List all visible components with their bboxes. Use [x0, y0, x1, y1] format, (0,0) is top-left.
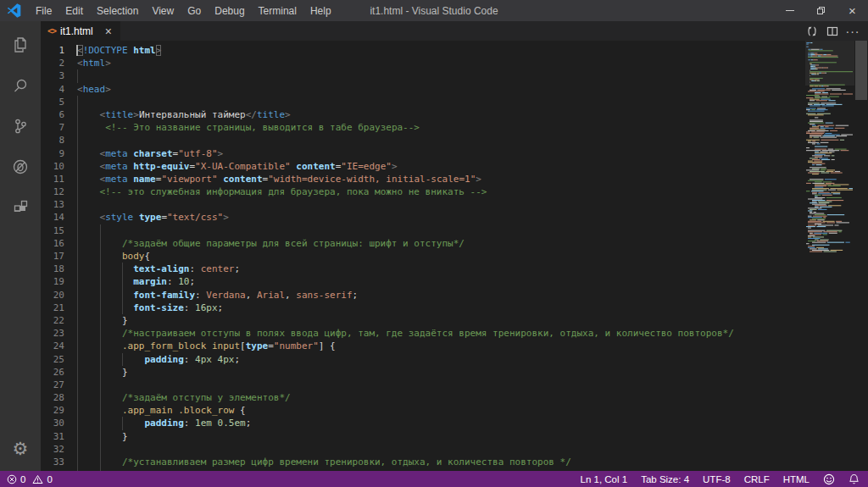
tab-bar: <> it1.html ×: [41, 21, 868, 41]
cursor-position[interactable]: Ln 1, Col 1: [581, 474, 628, 484]
indent-guide: [100, 443, 101, 456]
code-line[interactable]: 14 <style type="text/css">: [41, 211, 804, 224]
line-content: /*задаём отступы у элементов*/: [77, 391, 291, 404]
line-number: 3: [41, 69, 64, 82]
code-line[interactable]: 16 /*задаём общие параметры для всей стр…: [41, 237, 804, 250]
line-number: 7: [41, 121, 64, 134]
search-icon[interactable]: [0, 69, 41, 102]
indent-guide: [77, 379, 78, 391]
code-line[interactable]: 15: [41, 224, 804, 237]
indentation-setting[interactable]: Tab Size: 4: [641, 474, 689, 484]
code-line[interactable]: 26 }: [41, 366, 804, 379]
code-line[interactable]: 1<!DOCTYPE html>: [41, 44, 804, 57]
code-line[interactable]: 33 /*устанавливаем размер цифр времени т…: [41, 456, 804, 468]
eol-setting[interactable]: CRLF: [744, 474, 770, 484]
code-line[interactable]: 25 padding: 4px 4px;: [41, 353, 804, 366]
code-line[interactable]: 4<head>: [41, 83, 804, 96]
editor[interactable]: 1<!DOCTYPE html>2<html>34<head>56 <title…: [41, 41, 868, 471]
minimap[interactable]: [805, 41, 854, 471]
line-number: 1: [41, 44, 64, 57]
problems-indicator[interactable]: 0 0: [7, 474, 53, 484]
code-line[interactable]: 10 <meta http-equiv="X-UA-Compatible" co…: [41, 160, 804, 173]
line-number: 21: [41, 302, 64, 314]
source-control-icon[interactable]: [0, 109, 41, 143]
menu-item-debug[interactable]: Debug: [208, 0, 251, 21]
code-line[interactable]: 31 }: [41, 430, 804, 443]
menu-item-edit[interactable]: Edit: [58, 0, 90, 21]
line-content: <meta charset="utf-8">: [77, 147, 223, 160]
line-content: <html>: [77, 57, 111, 69]
menu-item-terminal[interactable]: Terminal: [252, 0, 303, 21]
restore-icon[interactable]: [805, 0, 837, 21]
code-line[interactable]: 21 font-size: 16px;: [41, 302, 804, 314]
line-number: 22: [41, 314, 64, 327]
close-icon[interactable]: ×: [837, 0, 868, 21]
line-content: text-align: center;: [77, 263, 240, 275]
explorer-icon[interactable]: [0, 28, 41, 62]
more-actions-icon[interactable]: ···: [843, 21, 863, 41]
code-line[interactable]: 6 <title>Интервальный таймер</title>: [41, 108, 804, 121]
error-count: 0: [20, 474, 25, 484]
line-number: 5: [41, 96, 64, 108]
window-controls: ×: [774, 0, 868, 21]
code-line[interactable]: 5: [41, 96, 804, 108]
language-mode[interactable]: HTML: [783, 474, 810, 484]
line-number: 2: [41, 57, 64, 69]
menu-item-selection[interactable]: Selection: [90, 0, 145, 21]
code-line[interactable]: 23 /*настраиваем отступы в полях ввода ц…: [41, 327, 804, 340]
line-number: 19: [41, 275, 64, 288]
line-content: <meta name="viewport" content="width=dev…: [77, 173, 481, 185]
line-number: 17: [41, 250, 64, 263]
code-line[interactable]: 2<html>: [41, 57, 804, 69]
line-number: 4: [41, 83, 64, 96]
indent-guide: [77, 134, 78, 147]
code-line[interactable]: 30 padding: 1em 0.5em;: [41, 417, 804, 429]
code-line[interactable]: 13: [41, 198, 804, 211]
indent-guide: [77, 224, 78, 237]
code-line[interactable]: 8: [41, 134, 804, 147]
warning-icon: [32, 474, 43, 484]
line-number: 9: [41, 147, 64, 160]
code-line[interactable]: 28 /*задаём отступы у элементов*/: [41, 391, 804, 404]
encoding-setting[interactable]: UTF-8: [703, 474, 731, 484]
code-line[interactable]: 12 <!-- это служебная информация для бра…: [41, 185, 804, 198]
code-area[interactable]: 1<!DOCTYPE html>2<html>34<head>56 <title…: [41, 44, 804, 471]
code-line[interactable]: 18 text-align: center;: [41, 263, 804, 275]
menu-item-view[interactable]: View: [145, 0, 181, 21]
tab-it1-html[interactable]: <> it1.html ×: [41, 21, 120, 41]
line-number: 20: [41, 289, 64, 302]
line-content: }: [77, 314, 128, 327]
code-line[interactable]: 19 margin: 10;: [41, 275, 804, 288]
code-line[interactable]: 22 }: [41, 314, 804, 327]
notifications-bell-icon[interactable]: [849, 473, 860, 485]
code-line[interactable]: 7 <!-- Это название страницы, выводится …: [41, 121, 804, 134]
code-line[interactable]: 3: [41, 69, 804, 82]
split-editor-icon[interactable]: [822, 21, 843, 41]
feedback-smiley-icon[interactable]: [823, 473, 835, 485]
settings-gear-icon[interactable]: ⚙: [0, 434, 41, 464]
menu-item-file[interactable]: File: [29, 0, 58, 21]
indent-guide: [100, 224, 101, 237]
menu-item-go[interactable]: Go: [181, 0, 208, 21]
menu-item-help[interactable]: Help: [303, 0, 338, 21]
code-line[interactable]: 27: [41, 379, 804, 391]
debug-icon[interactable]: [0, 150, 41, 184]
code-line[interactable]: 24 .app_form_block input[type="number"] …: [41, 340, 804, 352]
line-content: body{: [77, 250, 150, 263]
code-line[interactable]: 29 .app_main .block_row {: [41, 404, 804, 417]
code-line[interactable]: 20 font-family: Verdana, Arial, sans-ser…: [41, 289, 804, 302]
code-line[interactable]: 17 body{: [41, 250, 804, 263]
scrollbar-slider[interactable]: [855, 41, 867, 100]
minimize-icon[interactable]: [774, 0, 805, 21]
indent-guide: [77, 96, 78, 108]
sync-icon[interactable]: [802, 21, 822, 41]
extensions-icon[interactable]: [0, 191, 41, 224]
code-line[interactable]: 32: [41, 443, 804, 456]
line-number: 29: [41, 404, 64, 417]
tab-close-icon[interactable]: ×: [105, 25, 112, 37]
tab-label: it1.html: [60, 25, 93, 37]
code-line[interactable]: 9 <meta charset="utf-8">: [41, 147, 804, 160]
code-line[interactable]: 11 <meta name="viewport" content="width=…: [41, 173, 804, 185]
vertical-scrollbar[interactable]: [854, 41, 868, 471]
html-file-icon: <>: [47, 26, 56, 36]
